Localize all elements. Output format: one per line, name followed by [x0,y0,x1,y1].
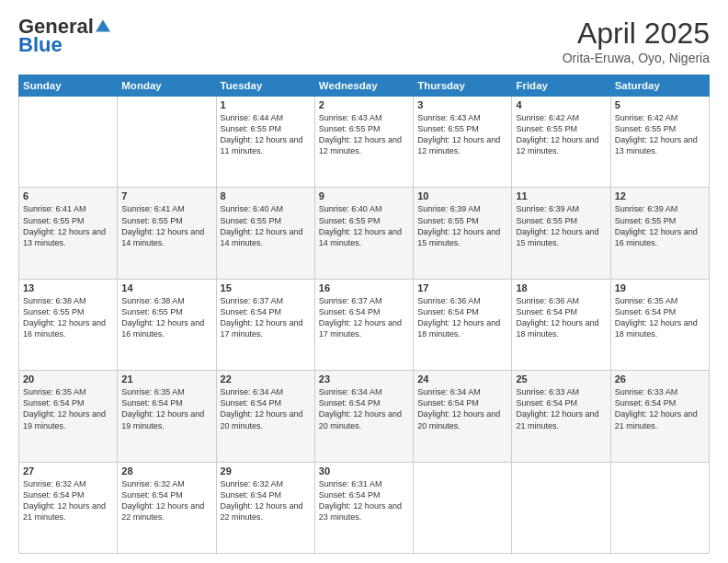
day-info: Sunrise: 6:42 AM Sunset: 6:55 PM Dayligh… [615,112,705,157]
day-info: Sunrise: 6:33 AM Sunset: 6:54 PM Dayligh… [615,386,705,431]
calendar-cell: 5Sunrise: 6:42 AM Sunset: 6:55 PM Daylig… [610,97,709,188]
day-info: Sunrise: 6:41 AM Sunset: 6:55 PM Dayligh… [121,203,211,248]
calendar-cell: 12Sunrise: 6:39 AM Sunset: 6:55 PM Dayli… [610,188,709,279]
day-info: Sunrise: 6:36 AM Sunset: 6:54 PM Dayligh… [417,295,507,340]
calendar-cell [414,462,512,553]
calendar-cell: 7Sunrise: 6:41 AM Sunset: 6:55 PM Daylig… [118,188,216,279]
calendar-week-3: 13Sunrise: 6:38 AM Sunset: 6:55 PM Dayli… [19,279,710,370]
logo-blue: Blue [18,33,63,57]
page: General Blue April 2025 Orita-Eruwa, Oyo… [0,0,728,563]
day-info: Sunrise: 6:41 AM Sunset: 6:55 PM Dayligh… [23,203,113,248]
title-location: Orita-Eruwa, Oyo, Nigeria [563,51,710,65]
day-number: 20 [23,373,113,385]
day-number: 13 [23,282,113,293]
calendar-cell: 25Sunrise: 6:33 AM Sunset: 6:54 PM Dayli… [512,371,610,462]
calendar-cell: 17Sunrise: 6:36 AM Sunset: 6:54 PM Dayli… [414,279,512,370]
day-number: 26 [615,373,705,385]
calendar-week-5: 27Sunrise: 6:32 AM Sunset: 6:54 PM Dayli… [19,462,710,553]
calendar-cell: 22Sunrise: 6:34 AM Sunset: 6:54 PM Dayli… [216,371,314,462]
day-info: Sunrise: 6:35 AM Sunset: 6:54 PM Dayligh… [121,386,211,431]
day-number: 17 [417,282,507,293]
day-number: 21 [121,373,211,385]
day-info: Sunrise: 6:42 AM Sunset: 6:55 PM Dayligh… [516,112,606,157]
day-info: Sunrise: 6:39 AM Sunset: 6:55 PM Dayligh… [417,203,507,248]
day-number: 18 [516,282,606,293]
header: General Blue April 2025 Orita-Eruwa, Oyo… [18,17,710,65]
day-number: 12 [615,190,705,201]
calendar-cell: 3Sunrise: 6:43 AM Sunset: 6:55 PM Daylig… [414,97,512,188]
day-number: 22 [221,373,311,385]
day-info: Sunrise: 6:38 AM Sunset: 6:55 PM Dayligh… [23,295,113,340]
day-info: Sunrise: 6:40 AM Sunset: 6:55 PM Dayligh… [319,203,409,248]
day-info: Sunrise: 6:34 AM Sunset: 6:54 PM Dayligh… [221,386,311,431]
calendar-cell: 6Sunrise: 6:41 AM Sunset: 6:55 PM Daylig… [19,188,118,279]
calendar-cell: 24Sunrise: 6:34 AM Sunset: 6:54 PM Dayli… [414,371,512,462]
day-number: 15 [221,282,311,293]
day-info: Sunrise: 6:40 AM Sunset: 6:55 PM Dayligh… [221,203,311,248]
calendar-cell: 16Sunrise: 6:37 AM Sunset: 6:54 PM Dayli… [314,279,413,370]
day-number: 5 [615,99,705,110]
day-number: 3 [417,99,507,110]
day-number: 29 [221,465,311,477]
calendar-cell [19,97,118,188]
calendar-cell: 9Sunrise: 6:40 AM Sunset: 6:55 PM Daylig… [314,188,413,279]
day-info: Sunrise: 6:43 AM Sunset: 6:55 PM Dayligh… [417,112,507,157]
calendar-cell: 13Sunrise: 6:38 AM Sunset: 6:55 PM Dayli… [19,279,118,370]
day-info: Sunrise: 6:32 AM Sunset: 6:54 PM Dayligh… [23,478,113,523]
calendar-cell: 19Sunrise: 6:35 AM Sunset: 6:54 PM Dayli… [610,279,709,370]
day-number: 25 [516,373,606,385]
calendar-cell: 26Sunrise: 6:33 AM Sunset: 6:54 PM Dayli… [610,371,709,462]
calendar-cell: 2Sunrise: 6:43 AM Sunset: 6:55 PM Daylig… [314,97,413,188]
calendar-header-row: SundayMondayTuesdayWednesdayThursdayFrid… [19,75,710,97]
calendar-week-2: 6Sunrise: 6:41 AM Sunset: 6:55 PM Daylig… [19,188,710,279]
calendar-cell: 11Sunrise: 6:39 AM Sunset: 6:55 PM Dayli… [512,188,610,279]
day-number: 24 [417,373,507,385]
day-number: 9 [319,190,409,201]
calendar-header-wednesday: Wednesday [314,75,413,97]
calendar-header-saturday: Saturday [610,75,709,97]
calendar-header-tuesday: Tuesday [216,75,314,97]
calendar-header-sunday: Sunday [19,75,118,97]
day-info: Sunrise: 6:38 AM Sunset: 6:55 PM Dayligh… [121,295,211,340]
day-info: Sunrise: 6:37 AM Sunset: 6:54 PM Dayligh… [319,295,409,340]
day-info: Sunrise: 6:43 AM Sunset: 6:55 PM Dayligh… [319,112,409,157]
calendar-cell [512,462,610,553]
day-number: 19 [615,282,705,293]
day-info: Sunrise: 6:32 AM Sunset: 6:54 PM Dayligh… [221,478,311,523]
calendar-cell: 15Sunrise: 6:37 AM Sunset: 6:54 PM Dayli… [216,279,314,370]
calendar-cell: 10Sunrise: 6:39 AM Sunset: 6:55 PM Dayli… [414,188,512,279]
day-number: 4 [516,99,606,110]
calendar-header-monday: Monday [118,75,216,97]
calendar-header-thursday: Thursday [414,75,512,97]
calendar-cell: 20Sunrise: 6:35 AM Sunset: 6:54 PM Dayli… [19,371,118,462]
calendar-table: SundayMondayTuesdayWednesdayThursdayFrid… [18,75,710,554]
calendar-cell: 4Sunrise: 6:42 AM Sunset: 6:55 PM Daylig… [512,97,610,188]
calendar-cell: 8Sunrise: 6:40 AM Sunset: 6:55 PM Daylig… [216,188,314,279]
calendar-cell [610,462,709,553]
day-info: Sunrise: 6:39 AM Sunset: 6:55 PM Dayligh… [516,203,606,248]
calendar-cell: 23Sunrise: 6:34 AM Sunset: 6:54 PM Dayli… [314,371,413,462]
calendar-cell: 29Sunrise: 6:32 AM Sunset: 6:54 PM Dayli… [216,462,314,553]
logo: General Blue [18,17,110,57]
day-number: 2 [319,99,409,110]
title-month: April 2025 [563,17,710,51]
day-number: 7 [121,190,211,201]
day-info: Sunrise: 6:34 AM Sunset: 6:54 PM Dayligh… [417,386,507,431]
svg-marker-0 [96,20,110,32]
calendar-cell: 30Sunrise: 6:31 AM Sunset: 6:54 PM Dayli… [314,462,413,553]
day-info: Sunrise: 6:36 AM Sunset: 6:54 PM Dayligh… [516,295,606,340]
day-number: 16 [319,282,409,293]
day-number: 30 [319,465,409,477]
calendar-week-1: 1Sunrise: 6:44 AM Sunset: 6:55 PM Daylig… [19,97,710,188]
day-number: 14 [121,282,211,293]
day-number: 10 [417,190,507,201]
day-number: 8 [221,190,311,201]
day-info: Sunrise: 6:35 AM Sunset: 6:54 PM Dayligh… [23,386,113,431]
calendar-cell [118,97,216,188]
day-number: 23 [319,373,409,385]
calendar-cell: 18Sunrise: 6:36 AM Sunset: 6:54 PM Dayli… [512,279,610,370]
day-number: 28 [121,465,211,477]
day-info: Sunrise: 6:32 AM Sunset: 6:54 PM Dayligh… [121,478,211,523]
day-info: Sunrise: 6:39 AM Sunset: 6:55 PM Dayligh… [615,203,705,248]
calendar-cell: 1Sunrise: 6:44 AM Sunset: 6:55 PM Daylig… [216,97,314,188]
